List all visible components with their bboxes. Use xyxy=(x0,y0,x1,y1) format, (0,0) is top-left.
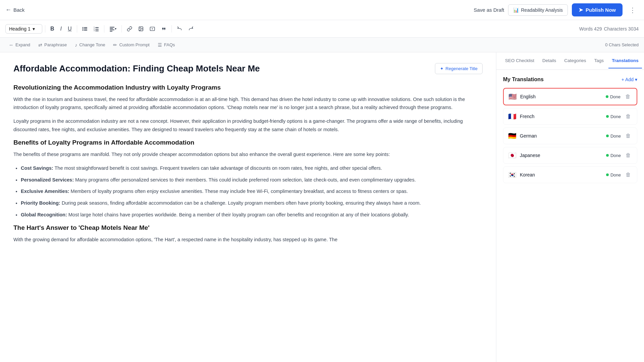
translation-left-japanese: 🇯🇵 Japanese xyxy=(508,151,540,159)
svg-text:3.: 3. xyxy=(94,30,95,32)
done-dot-german xyxy=(606,135,609,137)
align-icon xyxy=(109,26,115,32)
toolbar-divider-4 xyxy=(121,25,122,33)
heading-select[interactable]: Heading 1 ▾ xyxy=(5,24,42,34)
svg-point-2 xyxy=(82,28,83,29)
top-bar-left: ← Back xyxy=(5,6,24,13)
tab-details[interactable]: Details xyxy=(539,53,559,68)
change-tone-button[interactable]: ♪ Change Tone xyxy=(71,40,108,50)
svg-rect-1 xyxy=(84,27,87,28)
article-title-row: Affordable Accommodation: Finding Cheap … xyxy=(13,63,483,74)
lang-korean: Korean xyxy=(520,172,535,177)
align-button[interactable]: ▾ xyxy=(107,24,119,33)
translation-item-japanese[interactable]: 🇯🇵 Japanese Done 🗑 xyxy=(503,147,637,164)
numbered-list-button[interactable]: 1.2.3. xyxy=(91,24,101,33)
svg-rect-14 xyxy=(110,30,114,30)
tab-tags[interactable]: Tags xyxy=(591,53,607,68)
readability-button[interactable]: 📊 Readability Analysis xyxy=(508,4,568,16)
back-button[interactable]: ← Back xyxy=(5,6,24,13)
back-arrow-icon: ← xyxy=(5,6,11,13)
video-icon xyxy=(150,26,155,32)
faqs-button[interactable]: ☰ FAQs xyxy=(154,40,179,50)
translations-header: My Translations + Add ▾ xyxy=(503,76,637,83)
editor-area[interactable]: Affordable Accommodation: Finding Cheap … xyxy=(0,52,496,362)
bullet-list-icon xyxy=(82,26,88,32)
numbered-list-icon: 1.2.3. xyxy=(94,26,99,32)
svg-point-0 xyxy=(82,27,83,28)
svg-rect-12 xyxy=(110,27,114,28)
lang-french: French xyxy=(520,114,535,119)
translation-item-english[interactable]: 🇺🇸 English Done 🗑 xyxy=(503,88,637,105)
status-german: Done xyxy=(606,134,621,139)
delete-french-button[interactable]: 🗑 xyxy=(624,113,632,120)
video-button[interactable] xyxy=(147,24,157,33)
undo-button[interactable] xyxy=(175,24,185,33)
bullet-list-button[interactable] xyxy=(80,24,90,33)
custom-prompt-icon: ✏ xyxy=(113,42,117,48)
italic-button[interactable]: I xyxy=(58,24,64,34)
right-panel: SEO Checklist Details Categories Tags Tr… xyxy=(496,52,644,362)
save-draft-button[interactable]: Save as Draft xyxy=(474,7,504,13)
link-icon xyxy=(127,26,132,32)
delete-german-button[interactable]: 🗑 xyxy=(624,132,632,140)
add-translation-button[interactable]: + Add ▾ xyxy=(622,77,637,82)
bold-button[interactable]: B xyxy=(48,24,57,34)
delete-korean-button[interactable]: 🗑 xyxy=(624,171,632,178)
svg-marker-19 xyxy=(152,28,153,30)
regenerate-title-button[interactable]: ✦ Regenerate Title xyxy=(435,63,483,74)
image-button[interactable] xyxy=(136,24,146,33)
translation-item-german[interactable]: 🇩🇪 German Done 🗑 xyxy=(503,127,637,144)
expand-button[interactable]: ↔ Expand xyxy=(5,40,34,50)
redo-button[interactable] xyxy=(186,24,196,33)
paraphrase-button[interactable]: ⇄ Paraphrase xyxy=(35,40,70,50)
translation-right-korean: Done 🗑 xyxy=(606,171,632,178)
quote-icon xyxy=(161,26,166,32)
chevron-down-icon: ▾ xyxy=(635,77,637,82)
lang-german: German xyxy=(520,133,537,139)
chars-selected-label: 0 Chars Selected xyxy=(605,42,639,47)
tab-translations[interactable]: Translations xyxy=(608,53,642,68)
list-item: Global Recognition: Most large hotel cha… xyxy=(21,211,483,219)
custom-prompt-button[interactable]: ✏ Custom Prompt xyxy=(110,40,153,50)
list-item: Personalized Services: Many programs off… xyxy=(21,176,483,184)
section1-heading: Revolutionizing the Accommodation Indust… xyxy=(13,84,483,91)
svg-rect-13 xyxy=(110,28,113,29)
main-layout: Affordable Accommodation: Finding Cheap … xyxy=(0,52,644,362)
lang-english: English xyxy=(520,94,536,99)
bullet-title: Cost Savings: xyxy=(21,165,53,171)
publish-button[interactable]: ➤ Publish Now xyxy=(572,3,623,16)
delete-japanese-button[interactable]: 🗑 xyxy=(624,152,632,159)
bullet-title: Priority Booking: xyxy=(21,200,60,206)
link-button[interactable] xyxy=(125,24,135,33)
translation-left-german: 🇩🇪 German xyxy=(508,132,537,140)
section3-p1: With the growing demand for affordable a… xyxy=(13,236,483,244)
done-dot-korean xyxy=(606,173,609,176)
svg-rect-15 xyxy=(110,31,112,32)
regenerate-icon: ✦ xyxy=(440,66,444,71)
bullet-title: Exclusive Amenities: xyxy=(21,189,69,194)
bullet-title: Personalized Services: xyxy=(21,177,74,183)
ai-toolbar-left: ↔ Expand ⇄ Paraphrase ♪ Change Tone ✏ Cu… xyxy=(5,40,178,50)
translation-item-korean[interactable]: 🇰🇷 Korean Done 🗑 xyxy=(503,166,637,183)
translation-item-french[interactable]: 🇫🇷 French Done 🗑 xyxy=(503,108,637,125)
svg-rect-11 xyxy=(95,31,99,31)
svg-rect-3 xyxy=(84,29,87,29)
status-korean: Done xyxy=(606,172,621,177)
article-title: Affordable Accommodation: Finding Cheap … xyxy=(13,63,430,74)
status-french: Done xyxy=(606,114,621,119)
list-item: Exclusive Amenities: Members of loyalty … xyxy=(21,187,483,196)
flag-english: 🇺🇸 xyxy=(508,93,517,101)
right-panel-tabs: SEO Checklist Details Categories Tags Tr… xyxy=(496,52,644,70)
status-japanese: Done xyxy=(606,153,621,158)
translation-right-german: Done 🗑 xyxy=(606,132,632,140)
tab-categories[interactable]: Categories xyxy=(561,53,589,68)
tab-seo-checklist[interactable]: SEO Checklist xyxy=(502,53,538,68)
delete-english-button[interactable]: 🗑 xyxy=(624,93,632,100)
svg-rect-9 xyxy=(95,29,99,30)
underline-button[interactable]: U xyxy=(65,24,74,34)
toolbar-stats: Words 429 Characters 3034 xyxy=(579,26,639,32)
quote-button[interactable] xyxy=(159,24,169,33)
flag-japanese: 🇯🇵 xyxy=(508,151,516,159)
paraphrase-icon: ⇄ xyxy=(38,42,42,48)
more-options-button[interactable]: ⋮ xyxy=(627,5,639,15)
